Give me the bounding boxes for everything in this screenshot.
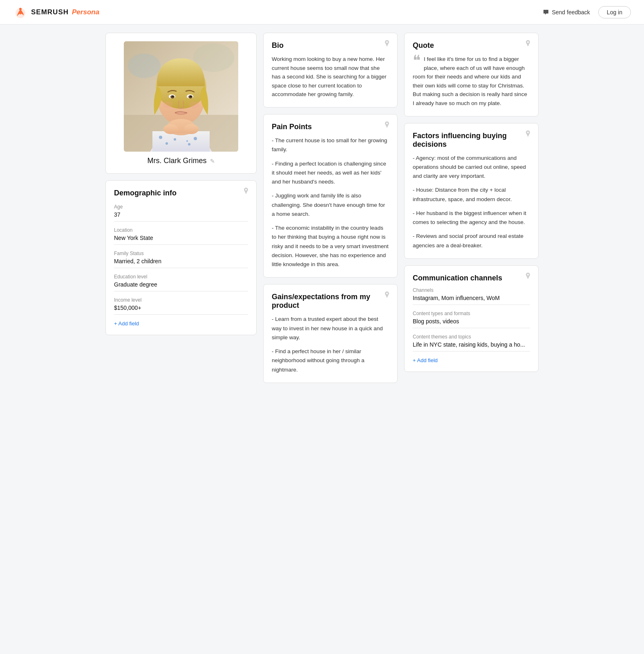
pain-point-2: - Finding a perfect location is challeng… <box>272 159 389 187</box>
age-label: Age <box>114 204 248 210</box>
svg-point-22 <box>159 136 162 139</box>
channels-label: Channels <box>413 287 530 293</box>
education-value: Graduate degree <box>114 281 248 291</box>
quote-pin-icon <box>524 40 532 47</box>
demographic-title: Demographic info <box>114 189 248 197</box>
profile-card: Mrs. Clark Grimes ✎ <box>105 33 257 174</box>
edit-icon[interactable]: ✎ <box>210 158 215 164</box>
demographic-add-field-button[interactable]: + Add field <box>114 320 139 327</box>
content-themes-label: Content themes and topics <box>413 334 530 340</box>
gains-text: - Learn from a trusted expert about the … <box>272 315 389 374</box>
svg-point-15 <box>172 96 174 97</box>
bio-text: Working mom looking to buy a new home. H… <box>272 55 389 99</box>
quote-body: I feel like it's time for us to find a b… <box>413 56 527 106</box>
profile-name-row: Mrs. Clark Grimes ✎ <box>114 157 248 165</box>
factor-3: - Her husband is the biggest influencer … <box>413 209 530 227</box>
demographic-card: Demographic info Age 37 Location New Yor… <box>105 180 257 335</box>
demographic-field-age: Age 37 <box>114 204 248 222</box>
svg-point-3 <box>128 54 161 78</box>
add-field-label: + Add field <box>114 320 139 327</box>
family-label: Family Status <box>114 251 248 256</box>
education-label: Education level <box>114 274 248 280</box>
demographic-field-family: Family Status Married, 2 children <box>114 251 248 268</box>
svg-point-20 <box>163 124 178 134</box>
factors-pin-icon <box>524 130 532 137</box>
logo-brand-text: SEMRUSH <box>31 8 69 16</box>
channels-card: Communication channels Channels Instagra… <box>404 265 539 372</box>
left-column: Mrs. Clark Grimes ✎ Demographic info Age… <box>105 33 257 383</box>
channel-field-content-themes: Content themes and topics Life in NYC st… <box>413 334 530 352</box>
gains-pin-icon <box>383 291 391 298</box>
svg-point-26 <box>174 138 176 141</box>
family-value: Married, 2 children <box>114 258 248 268</box>
semrush-logo-icon <box>13 5 28 20</box>
gains-title: Gains/expectations from my product <box>272 293 389 310</box>
quote-card: Quote ❝ I feel like it's time for us to … <box>404 33 539 116</box>
pain-points-text: - The current house is too small for her… <box>272 136 389 269</box>
profile-photo <box>124 41 238 152</box>
pin-icon <box>242 187 250 195</box>
profile-name: Mrs. Clark Grimes <box>148 157 207 165</box>
right-column: Quote ❝ I feel like it's time for us to … <box>404 33 539 383</box>
channels-add-field-button[interactable]: + Add field <box>413 357 438 363</box>
logo-persona-text: Persona <box>72 8 99 16</box>
content-types-value: Blog posts, videos <box>413 318 530 328</box>
pain-points-card: Pain Points - The current house is too s… <box>263 114 398 278</box>
channels-pin-icon <box>524 272 532 280</box>
demographic-field-location: Location New York State <box>114 227 248 245</box>
factors-text: - Agency: most of the communications and… <box>413 154 530 250</box>
demographic-field-education: Education level Graduate degree <box>114 274 248 291</box>
demographic-field-income: Income level $150,000+ <box>114 297 248 315</box>
quote-mark: ❝ <box>413 53 420 68</box>
quote-title: Quote <box>413 41 530 50</box>
location-value: New York State <box>114 235 248 245</box>
income-label: Income level <box>114 297 248 303</box>
svg-point-24 <box>194 137 197 140</box>
pain-points-title: Pain Points <box>272 123 389 131</box>
channels-value: Instagram, Mom influencers, WoM <box>413 295 530 305</box>
feedback-label: Send feedback <box>552 9 590 16</box>
svg-point-21 <box>184 124 199 134</box>
quote-text: ❝ I feel like it's time for us to find a… <box>413 55 530 108</box>
logo: SEMRUSH Persona <box>13 5 99 20</box>
svg-point-18 <box>189 101 199 108</box>
pain-point-1: - The current house is too small for her… <box>272 136 389 155</box>
bio-pin-icon <box>383 40 391 47</box>
bio-card: Bio Working mom looking to buy a new hom… <box>263 33 398 108</box>
income-value: $150,000+ <box>114 305 248 315</box>
factor-1: - Agency: most of the communications and… <box>413 154 530 181</box>
pain-point-4: - The economic instability in the countr… <box>272 224 389 269</box>
bio-title: Bio <box>272 41 389 50</box>
pain-point-3: - Juggling work and family life is also … <box>272 191 389 219</box>
svg-point-17 <box>163 101 173 108</box>
location-label: Location <box>114 227 248 233</box>
content-themes-value: Life in NYC state, raising kids, buying … <box>413 341 530 352</box>
svg-point-27 <box>186 140 188 142</box>
chat-icon <box>543 9 549 16</box>
gain-1: - Learn from a trusted expert about the … <box>272 315 389 342</box>
age-value: 37 <box>114 211 248 222</box>
pain-points-pin-icon <box>383 121 391 128</box>
factor-2: - House: Distance from the city + local … <box>413 186 530 204</box>
factor-4: - Reviews and social proof around real e… <box>413 232 530 250</box>
login-button[interactable]: Log in <box>598 6 631 18</box>
factors-card: Factors influencing buying decisions - A… <box>404 123 539 259</box>
channel-field-channels: Channels Instagram, Mom influencers, WoM <box>413 287 530 305</box>
channels-add-field-label: + Add field <box>413 357 438 363</box>
content-types-label: Content types and formats <box>413 311 530 316</box>
channel-field-content-types: Content types and formats Blog posts, vi… <box>413 311 530 328</box>
middle-column: Bio Working mom looking to buy a new hom… <box>263 33 398 383</box>
svg-point-25 <box>188 143 190 146</box>
svg-point-1 <box>19 8 22 10</box>
factors-title: Factors influencing buying decisions <box>413 132 530 149</box>
profile-portrait <box>124 41 238 152</box>
gain-2: - Find a perfect house in her / similar … <box>272 347 389 374</box>
channels-title: Communication channels <box>413 274 530 282</box>
header-right: Send feedback Log in <box>543 6 631 18</box>
main-grid: Mrs. Clark Grimes ✎ Demographic info Age… <box>97 25 547 391</box>
svg-point-16 <box>190 96 192 97</box>
header: SEMRUSH Persona Send feedback Log in <box>0 0 644 25</box>
send-feedback-button[interactable]: Send feedback <box>543 9 590 16</box>
gains-card: Gains/expectations from my product - Lea… <box>263 284 398 383</box>
svg-point-23 <box>165 142 168 145</box>
